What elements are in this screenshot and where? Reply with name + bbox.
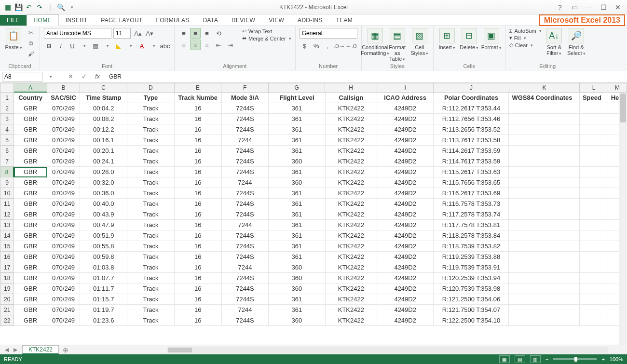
data-cell[interactable]: 070/249 xyxy=(47,273,81,283)
header-cell[interactable]: Flight Level xyxy=(269,93,325,103)
data-cell[interactable]: 361 xyxy=(269,124,325,135)
data-cell[interactable]: KTK2422 xyxy=(326,209,377,220)
accounting-format-icon[interactable]: $ xyxy=(300,40,310,51)
formula-input[interactable]: GBR xyxy=(105,73,625,80)
row-header[interactable]: 9 xyxy=(0,177,14,188)
data-cell[interactable]: KTK2422 xyxy=(326,283,377,294)
data-cell[interactable]: 4249D2 xyxy=(377,124,434,135)
delete-cells-button[interactable]: ⊟Delete xyxy=(460,28,479,50)
data-cell[interactable] xyxy=(509,283,579,294)
font-name-select[interactable] xyxy=(44,28,111,39)
data-cell[interactable]: 070/249 xyxy=(47,167,81,177)
underline-more[interactable] xyxy=(79,40,89,51)
phonetic-button[interactable]: abc xyxy=(160,40,170,51)
data-cell[interactable]: Track xyxy=(127,199,175,209)
col-header-I[interactable]: I xyxy=(377,83,434,93)
data-cell[interactable]: Track xyxy=(127,294,175,305)
data-cell[interactable]: KTK2422 xyxy=(326,273,377,283)
data-cell[interactable]: 070/249 xyxy=(47,230,81,241)
redo-icon[interactable]: ↷ xyxy=(35,2,44,12)
data-cell[interactable]: 7244S xyxy=(222,241,269,252)
data-cell[interactable]: 4249D2 xyxy=(377,209,434,220)
sheet-nav-next-icon[interactable]: ▶ xyxy=(12,347,19,353)
row-header[interactable]: 1 xyxy=(0,93,14,103)
autosum-button[interactable]: ΣAutoSum xyxy=(509,28,542,34)
row-header[interactable]: 22 xyxy=(0,315,14,326)
data-cell[interactable] xyxy=(580,273,608,283)
data-cell[interactable]: R:115.7656 T:353.65 xyxy=(434,177,509,188)
header-cell[interactable]: Speed xyxy=(580,93,608,103)
data-cell[interactable]: 361 xyxy=(269,188,325,199)
clear-button[interactable]: ◇Clear xyxy=(509,42,542,48)
col-header-B[interactable]: B xyxy=(47,83,80,93)
data-cell[interactable]: 070/249 xyxy=(47,305,81,315)
data-cell[interactable] xyxy=(580,252,608,262)
tab-addins[interactable]: ADD-INS xyxy=(291,15,329,26)
col-header-F[interactable]: F xyxy=(221,83,269,93)
header-cell[interactable]: ICAO Address xyxy=(377,93,434,103)
data-cell[interactable]: 4249D2 xyxy=(377,103,434,114)
data-cell[interactable]: GBR xyxy=(14,114,47,124)
data-cell[interactable]: GBR xyxy=(14,103,47,114)
data-cell[interactable]: KTK2422 xyxy=(326,252,377,262)
minimize-icon[interactable]: — xyxy=(583,2,595,12)
add-sheet-icon[interactable]: ⊕ xyxy=(61,346,70,354)
data-cell[interactable]: R:113.7617 T:353.58 xyxy=(434,135,509,146)
data-cell[interactable]: 00:04.2 xyxy=(80,103,127,114)
data-cell[interactable]: Track xyxy=(127,283,175,294)
select-all-corner[interactable] xyxy=(0,83,14,93)
data-cell[interactable]: 16 xyxy=(175,315,222,326)
data-cell[interactable]: 16 xyxy=(175,156,222,167)
data-cell[interactable]: GBR xyxy=(14,315,47,326)
data-cell[interactable]: R:114.2617 T:353.59 xyxy=(434,146,509,156)
row-header[interactable]: 2 xyxy=(0,103,14,114)
row-header[interactable]: 11 xyxy=(0,199,14,209)
data-cell[interactable]: 4249D2 xyxy=(377,146,434,156)
format-painter-icon[interactable]: 🖌 xyxy=(26,49,36,59)
border-more[interactable] xyxy=(102,40,112,51)
data-cell[interactable]: 16 xyxy=(175,273,222,283)
data-cell[interactable]: 16 xyxy=(175,103,222,114)
data-cell[interactable]: R:119.7539 T:353.91 xyxy=(434,262,509,273)
data-cell[interactable]: KTK2422 xyxy=(326,315,377,326)
data-cell[interactable] xyxy=(580,230,608,241)
data-cell[interactable]: 00:08.2 xyxy=(80,114,127,124)
data-cell[interactable]: 4249D2 xyxy=(377,294,434,305)
data-cell[interactable]: 361 xyxy=(269,252,325,262)
data-cell[interactable]: KTK2422 xyxy=(326,188,377,199)
data-cell[interactable]: GBR xyxy=(14,124,47,135)
print-preview-icon[interactable]: 🔍 xyxy=(56,2,66,12)
number-format-select[interactable] xyxy=(300,28,357,39)
data-cell[interactable]: R:117.2578 T:353.74 xyxy=(434,209,509,220)
zoom-handle[interactable] xyxy=(574,357,577,362)
data-cell[interactable] xyxy=(580,209,608,220)
data-cell[interactable]: 070/249 xyxy=(47,220,81,230)
undo-icon[interactable]: ↶ xyxy=(24,2,34,12)
data-cell[interactable] xyxy=(580,188,608,199)
data-cell[interactable]: GBR xyxy=(14,188,47,199)
data-cell[interactable]: 361 xyxy=(269,199,325,209)
data-cell[interactable]: GBR xyxy=(14,167,47,177)
data-cell[interactable]: GBR xyxy=(14,209,47,220)
row-header[interactable]: 5 xyxy=(0,135,14,146)
data-cell[interactable]: Track xyxy=(127,273,175,283)
row-header[interactable]: 17 xyxy=(0,262,14,273)
hscroll-thumb[interactable] xyxy=(168,348,192,352)
header-cell[interactable]: Track Numbe xyxy=(175,93,222,103)
italic-button[interactable]: I xyxy=(55,40,66,51)
data-cell[interactable]: R:117.7578 T:353.81 xyxy=(434,220,509,230)
data-cell[interactable]: 070/249 xyxy=(47,156,81,167)
increase-indent-icon[interactable]: ⇥ xyxy=(225,40,235,50)
data-cell[interactable]: 360 xyxy=(269,177,325,188)
data-cell[interactable]: 360 xyxy=(269,273,325,283)
data-cell[interactable]: 361 xyxy=(269,241,325,252)
data-cell[interactable]: 00:55.8 xyxy=(80,241,127,252)
row-header[interactable]: 20 xyxy=(0,294,14,305)
data-cell[interactable]: 7244S xyxy=(222,167,269,177)
data-cell[interactable] xyxy=(509,273,579,283)
data-cell[interactable]: Track xyxy=(127,103,175,114)
data-cell[interactable] xyxy=(580,262,608,273)
close-icon[interactable]: ✕ xyxy=(612,2,624,12)
data-cell[interactable]: KTK2422 xyxy=(326,220,377,230)
data-cell[interactable] xyxy=(509,262,579,273)
